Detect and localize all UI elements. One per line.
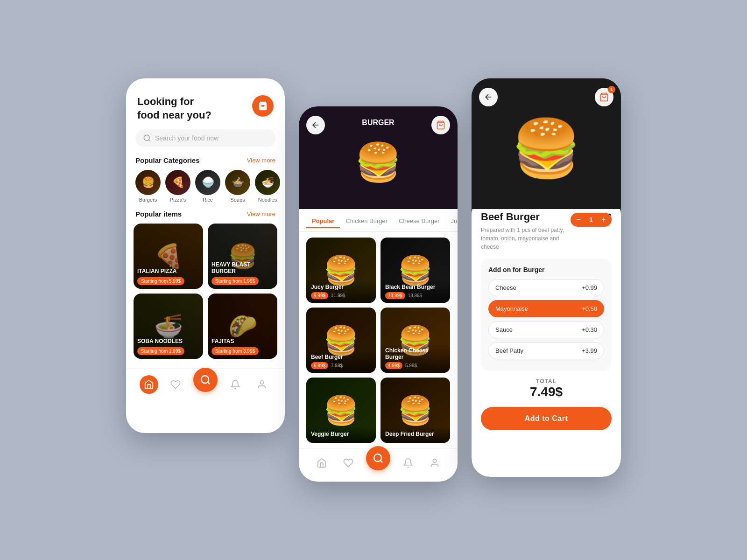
- burger-hero-emoji: 🍔: [511, 116, 581, 182]
- tab-chicken-burger[interactable]: Chicken Burger: [340, 215, 393, 227]
- burger-menu-title: BURGER: [362, 119, 394, 127]
- popular-item-name: FAJITAS: [211, 338, 274, 344]
- categories-view-more[interactable]: View more: [247, 157, 275, 164]
- back-button-detail[interactable]: [479, 88, 498, 106]
- nav-profile-2[interactable]: [425, 454, 444, 472]
- search-placeholder: Search your food now: [155, 134, 218, 142]
- addon-cheese[interactable]: Cheese +0.99: [488, 279, 604, 296]
- category-label: Rice: [203, 197, 213, 203]
- item-description: Prepared with 1 pcs of beef patty, tomat…: [481, 226, 566, 251]
- nav-search-2[interactable]: [366, 446, 390, 470]
- nav-favorites[interactable]: [166, 375, 185, 394]
- svg-point-5: [433, 459, 437, 462]
- nav-profile[interactable]: [253, 375, 271, 394]
- popular-item-price: Starting from 5.99$: [137, 277, 184, 285]
- food-grid: 🍔 Jucy Burger 9.99$ 11.99$ 🍔 Black Bean …: [299, 232, 458, 448]
- food-price-new: 4.99$: [385, 362, 402, 369]
- popular-item-burger[interactable]: 🍔 HEAVY BLAST BURGER Starting from 1.99$: [208, 224, 277, 289]
- food-price-new: 9.99$: [311, 292, 328, 299]
- popular-item-name: HEAVY BLAST BURGER: [211, 261, 274, 274]
- food-item-jucy[interactable]: 🍔 Jucy Burger 9.99$ 11.99$: [306, 238, 376, 303]
- quantity-control: − 1 +: [571, 213, 612, 227]
- popular-item-price: Starting from 3.99$: [211, 347, 259, 355]
- food-item-deepfried[interactable]: 🍔 Deep Fried Burger: [381, 378, 450, 443]
- cart-button[interactable]: [252, 95, 274, 117]
- food-price-old: 11.99$: [331, 293, 345, 298]
- addon-price: +3.99: [582, 347, 597, 354]
- heart-icon: [170, 379, 181, 390]
- category-label: Noodles: [258, 197, 277, 203]
- bottom-nav: [126, 368, 285, 405]
- categories-title: Popular Categories: [135, 156, 200, 164]
- category-item-pizza[interactable]: 🍕 Pizza's: [165, 170, 190, 203]
- back-arrow-icon: [311, 120, 320, 130]
- addon-name: Mayonnaise: [495, 305, 528, 312]
- categories-row: 🍔 Burgers 🍕 Pizza's 🍚 Rice 🍲: [126, 170, 285, 210]
- bell-icon: [230, 379, 240, 390]
- search-icon-nav: [373, 453, 384, 464]
- back-button[interactable]: [306, 116, 325, 134]
- nav-home-2[interactable]: [312, 454, 331, 472]
- item-name: Beef Burger: [481, 211, 540, 223]
- addon-section: Add on for Burger Cheese +0.99 Mayonnais…: [481, 259, 612, 371]
- category-item-rice[interactable]: 🍚 Rice: [195, 170, 220, 203]
- burger-hero: BURGER 🍔: [299, 106, 458, 209]
- nav-notifications-2[interactable]: [399, 454, 417, 472]
- food-item-chicken-cheese[interactable]: 🍔 Chicken Cheese Burger 4.99$ 5.99$: [381, 308, 450, 373]
- food-name: Chicken Cheese Burger: [385, 347, 445, 360]
- popular-item-fajitas[interactable]: 🌮 FAJITAS Starting from 3.99$: [208, 294, 277, 359]
- user-icon: [430, 458, 440, 468]
- tab-jucy-burger[interactable]: Jucy Burger: [445, 215, 458, 227]
- category-label: Soups: [230, 197, 245, 203]
- popular-items-title: Popular items: [135, 210, 182, 218]
- popular-item-name: ITALIAN PIZZA: [137, 268, 199, 274]
- popular-item-pizza[interactable]: 🍕 ITALIAN PIZZA Starting from 5.99$: [134, 224, 203, 289]
- menu-tabs: Popular Chicken Burger Cheese Burger Juc…: [299, 209, 458, 232]
- search-bar[interactable]: Search your food now: [135, 129, 275, 147]
- nav-notifications[interactable]: [226, 375, 245, 394]
- addon-mayonnaise[interactable]: Mayonnaise +0.50: [488, 300, 604, 317]
- total-section: TOTAL 7.49$: [481, 378, 612, 399]
- nav-favorites-2[interactable]: [339, 454, 358, 472]
- cart-button-menu[interactable]: [431, 116, 450, 134]
- category-label: Pizza's: [170, 197, 186, 203]
- cart-button-detail[interactable]: 1: [595, 88, 613, 106]
- heart-icon: [343, 458, 353, 468]
- popular-view-more[interactable]: View more: [247, 210, 275, 217]
- screen-burger-menu: BURGER 🍔 Popular Chicken Burger Cheese B…: [299, 106, 458, 482]
- food-name: Beef Burger: [311, 354, 371, 360]
- food-item-veggie[interactable]: 🍔 Veggie Burger: [306, 378, 376, 443]
- addon-name: Beef Patty: [495, 347, 523, 354]
- food-name: Black Bean Burger: [385, 284, 445, 290]
- total-amount: 7.49$: [481, 385, 612, 399]
- tab-cheese-burger[interactable]: Cheese Burger: [393, 215, 445, 227]
- bottom-nav-2: [299, 448, 458, 482]
- add-to-cart-button[interactable]: Add to Cart: [481, 407, 612, 430]
- food-price-new: 6.99$: [311, 362, 328, 369]
- quantity-decrease[interactable]: −: [573, 215, 584, 225]
- popular-grid: 🍕 ITALIAN PIZZA Starting from 5.99$ 🍔 HE…: [126, 224, 285, 366]
- home-icon: [144, 379, 154, 390]
- addon-sauce[interactable]: Sauce +0.30: [488, 321, 604, 338]
- food-price-old: 7.99$: [331, 363, 343, 368]
- svg-point-0: [144, 135, 149, 140]
- popular-item-noodles[interactable]: 🍜 SOBA NOODLES Starting from 1.99$: [134, 294, 203, 359]
- category-item-soups[interactable]: 🍲 Soups: [225, 170, 250, 203]
- search-icon-nav: [200, 374, 211, 385]
- tab-popular[interactable]: Popular: [306, 215, 340, 228]
- addon-beef-patty[interactable]: Beef Patty +3.99: [488, 342, 604, 359]
- home-title: Looking for food near you?: [137, 95, 211, 122]
- search-icon: [143, 134, 151, 142]
- category-item-noodles[interactable]: 🍜 Noodles: [255, 170, 280, 203]
- quantity-increase[interactable]: +: [599, 215, 609, 225]
- category-item-burgers[interactable]: 🍔 Burgers: [135, 170, 161, 203]
- popular-item-price: Starting from 1.99$: [137, 347, 184, 355]
- food-name: Veggie Burger: [311, 431, 371, 437]
- nav-home[interactable]: [140, 375, 158, 394]
- home-icon: [317, 458, 327, 468]
- food-item-beef[interactable]: 🍔 Beef Burger 6.99$ 7.99$: [306, 308, 376, 373]
- nav-search[interactable]: [193, 368, 218, 392]
- food-item-blackbean[interactable]: 🍔 Black Bean Burger 13.99$ 18.99$: [381, 238, 450, 303]
- svg-point-1: [201, 376, 209, 383]
- popular-item-name: SOBA NOODLES: [137, 338, 199, 344]
